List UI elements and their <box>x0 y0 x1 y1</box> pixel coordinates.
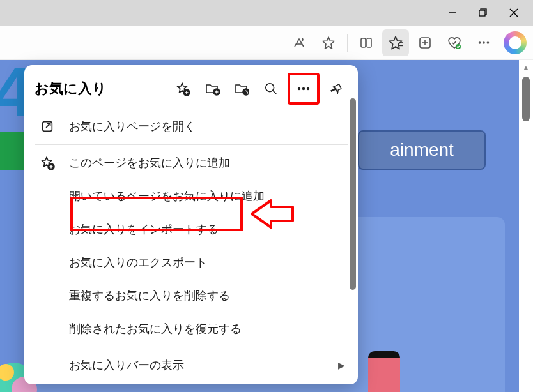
page-scrollbar[interactable]: ▲ <box>519 60 533 392</box>
svg-point-27 <box>298 87 300 90</box>
menu-remove-duplicates[interactable]: 重複するお気に入りを削除する <box>24 279 358 312</box>
svg-point-29 <box>307 87 309 90</box>
performance-button[interactable] <box>441 29 468 56</box>
maximize-button[interactable] <box>468 0 498 26</box>
svg-point-25 <box>266 84 274 92</box>
scroll-up-icon[interactable]: ▲ <box>522 60 530 75</box>
add-favorite-button[interactable] <box>170 76 196 102</box>
delete-folder-button[interactable] <box>229 76 254 102</box>
menu-label: 重複するお気に入りを削除する <box>69 288 230 303</box>
chevron-right-icon: ▶ <box>338 360 345 370</box>
menu-restore-deleted[interactable]: 削除されたお気に入りを復元する <box>24 312 358 345</box>
menu-label: 削除されたお気に入りを復元する <box>69 321 242 336</box>
svg-point-28 <box>302 87 305 90</box>
menu-show-favorites-bar[interactable]: お気に入りバーの表示 ▶ <box>24 349 358 382</box>
menu-hide-favorites-button[interactable]: [お気に入り] ボタンをツール バーに表示しない <box>24 382 358 384</box>
menu-divider <box>35 144 348 145</box>
favorites-panel-header: お気に入り <box>24 65 358 110</box>
scroll-thumb[interactable] <box>522 77 530 121</box>
menu-label: お気に入りのエクスポート <box>69 255 207 270</box>
toolbar-separator <box>347 34 348 52</box>
favorites-panel: お気に入り <box>24 65 358 384</box>
favorites-panel-scroll-thumb[interactable] <box>350 98 356 290</box>
decor-rect <box>368 351 400 392</box>
read-aloud-button[interactable] <box>286 29 313 56</box>
svg-line-26 <box>273 91 277 94</box>
add-favorite-star-button[interactable] <box>315 29 342 56</box>
svg-marker-24 <box>244 89 246 91</box>
menu-label: お気に入りバーの表示 <box>69 358 184 373</box>
svg-point-16 <box>487 41 490 44</box>
favorites-search-button[interactable] <box>258 76 284 102</box>
menu-label: お気に入りページを開く <box>69 119 196 134</box>
favorites-toolbar-button[interactable] <box>382 29 409 56</box>
menu-label: お気に入りをインポートする <box>69 222 219 237</box>
entertainment-label: ainment <box>390 140 454 160</box>
favorites-panel-scrollbar[interactable] <box>348 98 358 379</box>
add-folder-button[interactable] <box>199 76 225 102</box>
collections-button[interactable] <box>412 29 438 56</box>
menu-add-open-pages[interactable]: 開いているページをお気に入りに追加 <box>24 179 358 213</box>
svg-rect-2 <box>479 10 485 16</box>
close-button[interactable] <box>498 0 529 26</box>
favorites-title: お気に入り <box>35 79 166 98</box>
toolbar-more-button[interactable] <box>470 29 497 56</box>
favorites-more-button[interactable] <box>288 73 320 105</box>
menu-label: 開いているページをお気に入りに追加 <box>69 188 265 204</box>
split-screen-button[interactable] <box>353 29 380 56</box>
browser-toolbar <box>0 26 533 60</box>
menu-divider <box>35 347 348 347</box>
star-plus-icon <box>37 155 58 170</box>
svg-point-15 <box>483 41 485 44</box>
svg-point-23 <box>243 89 249 95</box>
menu-open-favorites-page[interactable]: お気に入りページを開く <box>24 110 358 143</box>
copilot-icon <box>509 36 521 49</box>
svg-point-14 <box>479 41 481 44</box>
svg-rect-7 <box>367 38 371 47</box>
menu-label: このページをお気に入りに追加 <box>69 155 230 170</box>
menu-import-favorites[interactable]: お気に入りをインポートする <box>24 213 358 246</box>
menu-export-favorites[interactable]: お気に入りのエクスポート <box>24 246 358 279</box>
minimize-button[interactable] <box>437 0 468 26</box>
svg-rect-6 <box>361 38 366 47</box>
window-titlebar <box>0 0 533 26</box>
copilot-button[interactable] <box>504 31 527 54</box>
open-external-icon <box>37 119 58 133</box>
pin-panel-button[interactable] <box>323 76 349 102</box>
menu-add-this-page[interactable]: このページをお気に入りに追加 <box>24 146 358 179</box>
entertainment-button[interactable]: ainment <box>358 130 486 170</box>
